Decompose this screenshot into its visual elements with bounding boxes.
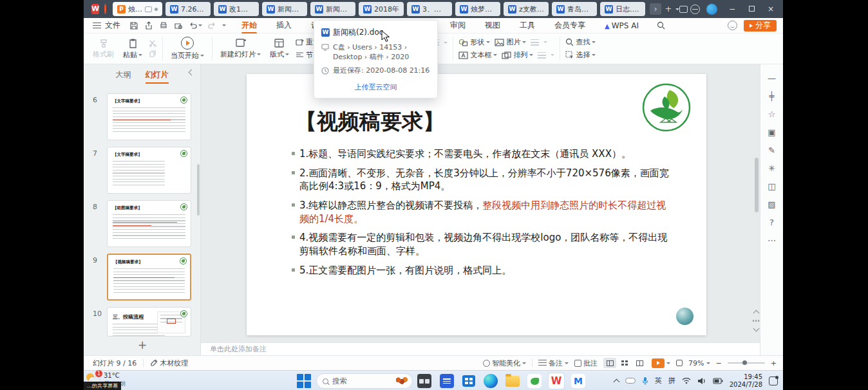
favorites-icon[interactable]: ☆ xyxy=(768,109,776,119)
cut-icon[interactable] xyxy=(149,39,157,47)
app-icon-docs[interactable]: M xyxy=(570,373,587,389)
document-tab[interactable]: W改1烛梦园 xyxy=(214,2,259,16)
export-icon[interactable] xyxy=(144,21,153,30)
document-tab[interactable]: W新闻稿(1) xyxy=(262,2,307,16)
app-icon-meeting[interactable] xyxy=(526,373,543,389)
paste-button[interactable]: 粘贴 xyxy=(120,38,145,60)
tray-expand-icon[interactable] xyxy=(613,378,619,385)
slide-sorter-view-button[interactable] xyxy=(618,358,631,368)
slide-9-thumbnail-selected[interactable]: 【视频稿要求】 xyxy=(107,254,191,301)
app-icon-edge[interactable] xyxy=(482,373,499,389)
splitter-dots-icon[interactable] xyxy=(753,320,759,322)
app-launcher-icon[interactable] xyxy=(104,4,106,14)
globe-icon[interactable] xyxy=(690,5,700,14)
normal-view-button[interactable] xyxy=(603,358,616,368)
ime-pinyin[interactable]: 拼 xyxy=(668,376,675,385)
print-icon[interactable] xyxy=(159,21,168,30)
notification-center-icon[interactable] xyxy=(769,376,778,385)
adjust-icon[interactable]: ╪ xyxy=(769,91,775,101)
notes-button[interactable]: 备注 xyxy=(538,358,569,368)
previous-slide-button[interactable] xyxy=(753,310,759,317)
cloud-sync-icon[interactable] xyxy=(625,378,636,384)
help-icon[interactable]: ? xyxy=(769,218,774,227)
copy-icon[interactable] xyxy=(149,50,157,58)
tab-member[interactable]: 会员专享 xyxy=(553,18,587,33)
more-icon[interactable]: ⋯ xyxy=(768,236,776,245)
bullet-item[interactable]: 1.标题、导语同实践纪实要求；不需要电头，作者放在文末（通讯员 XXX）。 xyxy=(292,147,673,161)
document-tab-newsdraft2[interactable]: W新闻稿(2) xyxy=(310,2,355,16)
slide-7-thumbnail[interactable]: 【文字稿要求】 xyxy=(107,147,191,194)
document-tab[interactable]: W烛梦园光 xyxy=(455,2,500,16)
notes-bar[interactable]: 单击此处添加备注 xyxy=(201,342,760,355)
tab-outline[interactable]: 大纲 xyxy=(116,70,131,80)
signature-icon[interactable]: ✎ xyxy=(768,145,775,155)
undo-caret-icon[interactable] xyxy=(198,24,202,26)
reading-view-button[interactable] xyxy=(633,358,646,368)
tab-tools[interactable]: 工具 xyxy=(518,18,536,33)
slide-8-thumbnail[interactable]: 【组图稿要求】 xyxy=(107,200,191,247)
undo-button[interactable] xyxy=(189,22,202,30)
slide-10-thumbnail[interactable]: 三、投稿流程 xyxy=(107,307,191,337)
tab-insert[interactable]: 插入 xyxy=(275,18,293,33)
share-button[interactable]: 分享 xyxy=(744,20,777,32)
minimize-button[interactable]: − xyxy=(724,3,741,15)
upload-to-cloud-link[interactable]: 上传至云空间 xyxy=(321,82,430,92)
ime-english[interactable]: 英 xyxy=(655,376,662,385)
select-button[interactable]: 选择 xyxy=(565,50,596,60)
scroll-tabs-button[interactable]: › xyxy=(650,3,661,15)
slide-bullet-list[interactable]: 1.标题、导语同实践纪实要求；不需要电头，作者放在文末（通讯员 XXX）。 2.… xyxy=(292,147,673,283)
menu-file[interactable]: 文件 xyxy=(105,20,120,31)
workspace-layout-icon[interactable] xyxy=(679,6,688,13)
play-from-current-button[interactable]: 当页开始 xyxy=(168,37,207,60)
bullet-item[interactable]: 5.正文需要配图片一张，有图片说明，格式同上。 xyxy=(292,264,673,277)
fullscreen-icon[interactable] xyxy=(676,360,683,366)
tools-icon[interactable]: ✳ xyxy=(768,163,775,173)
slide-layout-button[interactable]: 版式 xyxy=(267,38,292,59)
document-tab[interactable]: W2018年 xyxy=(359,2,404,16)
tab-home[interactable]: 开始 xyxy=(240,18,258,33)
reference-icon[interactable]: ◫ xyxy=(768,181,775,191)
find-button[interactable]: 查找 xyxy=(565,37,596,47)
picture-button[interactable]: 图片 xyxy=(495,37,526,47)
shapes-button[interactable]: 形状 xyxy=(458,37,490,47)
collapse-icon[interactable]: — xyxy=(768,73,776,83)
wifi-icon[interactable] xyxy=(682,377,691,384)
taskbar-clock[interactable]: 19:45 2024/7/28 xyxy=(730,373,762,389)
redo-caret-icon[interactable] xyxy=(222,24,226,26)
bullet-item[interactable]: 2.画面清晰、不变形、无杂音，长度3分钟以上，分辨率不小于720×576像素，画… xyxy=(292,167,673,193)
document-tab[interactable]: W3、实践团 xyxy=(407,2,452,16)
comments-button[interactable]: 批注 xyxy=(574,358,598,368)
panel-scrollbar[interactable] xyxy=(197,164,200,216)
next-slide-button[interactable] xyxy=(753,326,759,332)
theme-button[interactable]: 木材纹理 xyxy=(150,358,188,368)
textbox-button[interactable]: 文本框 xyxy=(458,50,497,60)
app-icon-store[interactable] xyxy=(460,373,477,389)
new-slide-button[interactable]: 新建幻灯片 xyxy=(218,38,263,59)
document-tab-current[interactable]: P 烛… xyxy=(113,2,162,16)
tab-view[interactable]: 视图 xyxy=(484,18,502,33)
hamburger-icon[interactable] xyxy=(93,23,101,28)
format-painter-button[interactable]: 格式刷 xyxy=(90,38,117,59)
zoom-slider[interactable] xyxy=(728,362,765,364)
microphone-icon[interactable] xyxy=(642,376,648,385)
app-icon-wps[interactable]: W xyxy=(548,373,565,389)
document-tab[interactable]: Wz支教新闻 xyxy=(504,2,549,16)
document-tab[interactable]: W日志.docx xyxy=(600,2,645,16)
canvas-scrollbar[interactable] xyxy=(755,158,759,212)
bullet-item[interactable]: 3.纯粹以静态照片整合的视频请不要投稿，整段视频中用到静态照片的时长不得超过视频… xyxy=(292,199,673,225)
document-tab[interactable]: W青岛农业 xyxy=(552,2,597,16)
maximize-button[interactable] xyxy=(743,3,760,15)
theme-icon[interactable]: ▨ xyxy=(768,200,775,209)
wps-logo-icon[interactable]: W xyxy=(91,4,99,14)
slide-title[interactable]: 【视频稿要求】 xyxy=(296,107,444,136)
battery-icon[interactable] xyxy=(713,378,723,384)
user-avatar[interactable] xyxy=(706,4,717,15)
new-tab-button[interactable]: + xyxy=(663,3,674,15)
app-icon-file-explorer[interactable] xyxy=(504,373,521,389)
taskbar-search-box[interactable]: 搜索 xyxy=(316,373,413,389)
collapse-panel-icon[interactable] xyxy=(189,70,195,76)
zoom-in-button[interactable]: + xyxy=(771,359,777,367)
add-slide-button[interactable]: + xyxy=(84,339,201,351)
zoom-slider-knob[interactable] xyxy=(742,360,747,365)
tab-review[interactable]: 审阅 xyxy=(449,18,467,33)
